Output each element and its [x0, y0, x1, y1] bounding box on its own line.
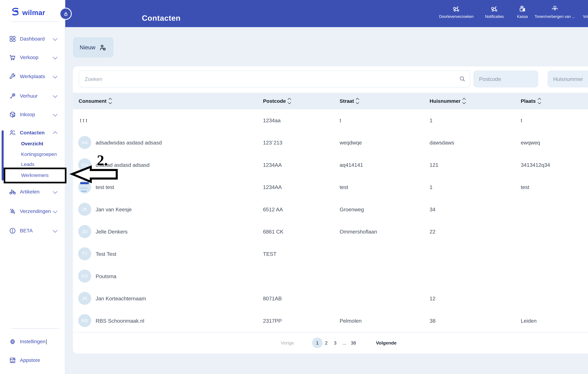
cell-consument: t t t	[80, 109, 87, 131]
sidebar-item-werkplaats[interactable]: Werkplaats	[0, 71, 65, 82]
pagination: Vorige 123...38 Volgende 10	[73, 332, 588, 353]
eye-icon	[551, 5, 559, 13]
sidebar-subitem-kortingsgroepen[interactable]: Kortingsgroepen	[0, 149, 65, 159]
sort-icon	[538, 98, 541, 104]
cell-consument: RBS Schoonmaak.nl	[96, 310, 144, 332]
huisnummer-filter-input[interactable]	[547, 71, 588, 88]
sort-icon	[357, 98, 359, 104]
chevron-down-icon	[53, 36, 57, 40]
cell-postcode: 6512 AA	[263, 198, 283, 221]
header-item-doorleververzoeken[interactable]: Doorleververzoeken	[434, 4, 479, 24]
sidebar-item-verkoop[interactable]: Verkoop	[0, 52, 65, 63]
table-row[interactable]: TTTest TestTEST→	[73, 243, 588, 266]
cell-straat: weqdwqe	[340, 131, 362, 154]
chevron-down-icon	[53, 74, 57, 78]
sidebar-item-label: Instellingen	[20, 339, 45, 344]
table-row[interactable]: RBRBS Schoonmaak.nl2317PPPelmolen38Leide…	[73, 310, 588, 332]
avatar: RB	[78, 314, 91, 327]
sidebar-item-verhuur[interactable]: Verhuur	[0, 91, 65, 101]
pagination-next[interactable]: Volgende	[371, 338, 401, 348]
sidebar-item-label: Verzendingen	[20, 209, 51, 214]
sidebar-item-label: Verkoop	[20, 55, 38, 60]
column-header-label: Postcode	[263, 98, 286, 104]
cell-plaats: t	[521, 109, 522, 131]
sidebar-item-verzendingen[interactable]: Verzendingen	[0, 206, 65, 217]
header-item-tonen-verbergen-van[interactable]: Tonen/verbergen van ...	[533, 4, 577, 24]
cell-huisnummer: 34	[430, 198, 435, 221]
pagination-page-38[interactable]: 38	[348, 338, 359, 348]
column-header-huisnummer[interactable]: Huisnummer	[430, 93, 465, 109]
key-icon	[9, 92, 16, 100]
table-row[interactable]: POPoutsma→	[73, 265, 588, 288]
pagination-previous[interactable]: Vorige	[274, 338, 301, 348]
column-header-consument[interactable]: Consument	[79, 93, 111, 109]
sort-icon	[109, 98, 111, 104]
sidebar-subitem-label: Kortingsgroepen	[21, 152, 57, 157]
bicycle-icon	[9, 188, 16, 195]
cell-huisnummer: 38	[430, 310, 435, 332]
header-item-volledig-scherm[interactable]: Volledig scherm	[574, 4, 588, 24]
cell-consument: Test Test	[96, 243, 116, 265]
sidebar-item-artikelen[interactable]: Artikelen	[0, 187, 65, 197]
sidebar-item-label: Artikelen	[20, 189, 40, 195]
column-header-plaats[interactable]: Plaats	[521, 93, 540, 109]
cell-straat: test	[340, 176, 348, 198]
table-row[interactable]: test test1234AAtest1test→	[73, 176, 588, 199]
sort-icon	[288, 98, 291, 104]
column-header-straat[interactable]: Straat	[340, 93, 359, 109]
lock-icon[interactable]	[60, 8, 72, 20]
sort-icon	[463, 98, 465, 104]
table-row[interactable]: t t t1234aat1t→	[73, 109, 588, 132]
cube-icon	[9, 111, 16, 118]
contacts-card: ConsumentPostcodeStraatHuisnummerPlaats …	[73, 66, 588, 353]
cell-straat: aq414141	[340, 154, 363, 176]
new-contact-button[interactable]: Nieuw	[73, 37, 114, 57]
annotation-rectangle	[4, 168, 66, 183]
cell-postcode: 1234AA	[263, 154, 282, 176]
cell-huisnummer: 1	[430, 176, 432, 198]
wilmar-logo-icon	[11, 7, 19, 18]
pagination-page-3[interactable]: 3	[330, 338, 340, 348]
cell-consument: Poutsma	[96, 265, 116, 287]
sidebar-item-inkoop[interactable]: Inkoop	[0, 109, 65, 120]
avatar: PO	[78, 270, 91, 283]
sidebar-item-label: Appstore	[20, 357, 40, 363]
cell-huisnummer: 22	[430, 221, 435, 243]
search-input[interactable]	[79, 71, 470, 88]
header-item-label: Doorleververzoeken	[434, 14, 479, 19]
sidebar-item-appstore[interactable]: Appstore	[0, 355, 65, 365]
new-button-label: Nieuw	[80, 44, 95, 51]
search-icon[interactable]	[459, 75, 466, 82]
table-row[interactable]: DAdsasad asdasd adsasd1234AAaq4141411213…	[73, 154, 588, 177]
table-row[interactable]: JKJan Korteachternaam8071AB12→	[73, 287, 588, 310]
avatar: AA	[78, 136, 91, 149]
sidebar-subitem-overzicht[interactable]: Overzicht	[0, 139, 65, 149]
sidebar-item-instellingen[interactable]: Instellingen	[0, 336, 65, 347]
sidebar-item-label: Verhuur	[20, 93, 38, 99]
cell-postcode: TEST	[263, 243, 277, 265]
store-icon	[9, 357, 16, 364]
table-row[interactable]: AAadsadwsdas asdasd adsasd123`213weqdwqe…	[73, 131, 588, 154]
table-row[interactable]: JDJelle Denkers6861 CKOmmershoflaan22→	[73, 221, 588, 243]
grid-icon	[9, 35, 16, 42]
column-header-label: Plaats	[521, 98, 536, 104]
sidebar-item-dashboard[interactable]: Dashboard	[0, 34, 65, 44]
shipping-icon	[9, 208, 16, 215]
table-row[interactable]: JKJan van Keesje6512 AAGroenweg34→	[73, 198, 588, 221]
cell-huisnummer: 121	[430, 154, 438, 176]
sidebar-item-contacten[interactable]: Contacten	[0, 128, 65, 138]
column-header-postcode[interactable]: Postcode	[263, 93, 291, 109]
cell-huisnummer: dawsdaws	[430, 131, 454, 154]
sidebar-item-beta[interactable]: BETA	[0, 225, 65, 236]
header-item-label: Tonen/verbergen van ...	[533, 14, 577, 19]
cell-straat: Pelmolen	[340, 310, 362, 332]
cell-huisnummer: 12	[430, 287, 435, 310]
register-icon	[518, 5, 526, 13]
avatar: JK	[78, 203, 91, 216]
cell-postcode: 8071AB	[263, 287, 282, 310]
chevron-up-icon	[53, 131, 57, 136]
cell-plaats: 3413412q34	[521, 154, 550, 176]
brand-logo[interactable]: wilmar	[11, 7, 45, 18]
cell-consument: adsadwsdas asdasd adsasd	[96, 131, 162, 154]
postcode-filter-input[interactable]	[473, 71, 538, 88]
